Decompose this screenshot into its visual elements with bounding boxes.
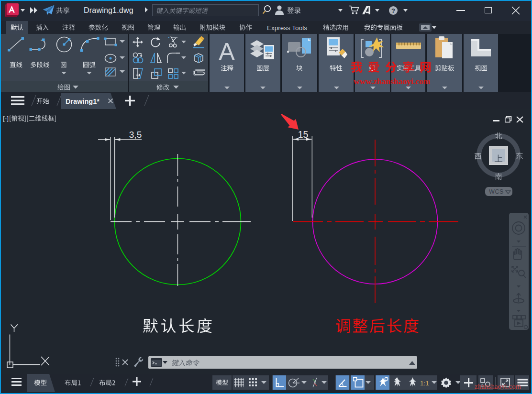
svg-text:3,5: 3,5 — [129, 130, 142, 140]
svg-text:15: 15 — [298, 129, 309, 140]
svg-text:?: ? — [391, 7, 395, 14]
